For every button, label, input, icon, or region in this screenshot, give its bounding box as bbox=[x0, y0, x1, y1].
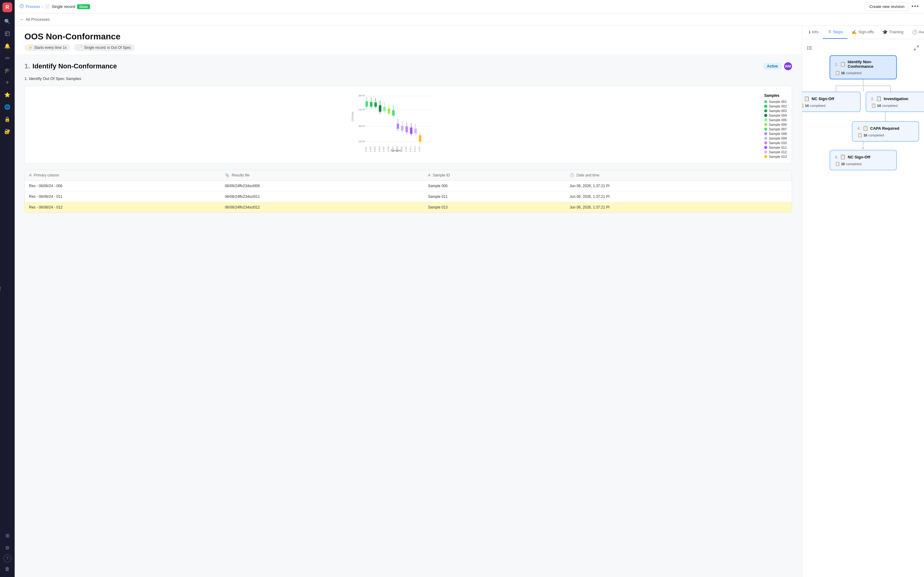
right-panel: ℹ Info Steps ✍ Sign-offs 🎓 Training bbox=[802, 26, 924, 577]
back-button[interactable]: ← All Processes bbox=[19, 17, 50, 22]
svg-text:3e+9: 3e+9 bbox=[359, 94, 365, 97]
flow-node-nc-signoff-1[interactable]: 2. 📋 NC Sign-Off 📋 14 completed bbox=[802, 92, 861, 112]
process-title: OOS Non-Conformance bbox=[24, 32, 792, 42]
legend-item-010: Sample 010 bbox=[764, 141, 787, 145]
svg-point-73 bbox=[808, 47, 808, 47]
legend-item-013: Sample 013 bbox=[764, 155, 787, 158]
step-title: 1. Identify Non-Conformance bbox=[24, 62, 117, 70]
branch-row-1: 2. 📋 NC Sign-Off 📋 14 completed bbox=[802, 92, 924, 112]
flow-node-identify[interactable]: 1. 📋 Identify Non-Conformance 📋 16 compl… bbox=[830, 55, 897, 79]
avatar: WM bbox=[784, 62, 792, 70]
cell-sample-1: Sample 006 bbox=[424, 181, 565, 192]
col-header-primary: A Primary column bbox=[25, 170, 221, 181]
count-icon-2a: 📋 bbox=[802, 103, 804, 108]
steps-icon bbox=[827, 29, 832, 34]
sidebar-icon-plus[interactable]: + bbox=[2, 77, 13, 88]
svg-rect-42 bbox=[410, 127, 412, 134]
legend-item-002: Sample 002 bbox=[764, 105, 787, 108]
col-icon-sample: A bbox=[428, 173, 431, 177]
process-meta: ⚡ Starts every time 1x 📄 Single record i… bbox=[24, 44, 792, 51]
table-row[interactable]: Res - 06/06/24 - 006 06/06/24ffv234sct00… bbox=[25, 181, 792, 192]
legend-item-003: Sample 003 bbox=[764, 109, 787, 113]
flow-expand-icon[interactable] bbox=[914, 45, 919, 52]
breadcrumb-process-icon bbox=[19, 4, 24, 9]
star-icon[interactable]: ☆ bbox=[93, 4, 97, 9]
count-icon-1: 📋 bbox=[835, 71, 840, 75]
app-logo[interactable]: R bbox=[2, 2, 12, 12]
topbar: Process › 📄 Single record Done ☆ Create … bbox=[15, 0, 924, 13]
sidebar-icon-search[interactable]: 🔍 bbox=[2, 16, 13, 27]
step-title-text: Identify Non-Conformance bbox=[32, 62, 117, 70]
tab-signoffs[interactable]: ✍ Sign-offs bbox=[847, 26, 878, 39]
sidebar-icon-settings[interactable]: ⚙ bbox=[2, 542, 13, 553]
tab-info[interactable]: ℹ Info bbox=[804, 26, 823, 39]
secondary-bar: ← All Processes bbox=[15, 13, 924, 26]
svg-text:Sample 006: Sample 006 bbox=[387, 147, 389, 152]
flow-node-nc-signoff-2[interactable]: 4. 📋 NC Sign-Off 📋 10 completed bbox=[830, 150, 897, 170]
flow-node-nc-signoff-2-title: 4. 📋 NC Sign-Off bbox=[835, 154, 891, 160]
svg-text:1e+9: 1e+9 bbox=[359, 108, 365, 111]
svg-text:Sample 001: Sample 001 bbox=[365, 147, 367, 152]
back-arrow-icon: ← bbox=[19, 17, 24, 22]
arrow-4: ▼ bbox=[862, 142, 865, 150]
table-row-highlighted[interactable]: Res - 06/06/24 - 012 06/06/24ffv234sct01… bbox=[25, 202, 792, 213]
sidebar-icon-graduation[interactable]: 🎓 bbox=[2, 65, 13, 76]
sidebar-icon-lock[interactable]: 🔒 bbox=[2, 114, 13, 124]
capa-wrapper: 4. 📋 CAPA Required 📋 10 completed bbox=[807, 118, 919, 142]
svg-rect-48 bbox=[419, 135, 421, 141]
breadcrumb-record-icon: 📄 bbox=[45, 4, 50, 9]
legend-item-012: Sample 012 bbox=[764, 150, 787, 154]
status-active-label: Active bbox=[767, 64, 778, 68]
flow-node-nc-signoff-1-count: 📋 14 completed bbox=[802, 103, 855, 108]
tab-training-label: Training bbox=[889, 30, 903, 34]
svg-text:Sample 010: Sample 010 bbox=[405, 147, 407, 152]
status-badge: Done bbox=[77, 4, 90, 9]
legend-item-011: Sample 011 bbox=[764, 146, 787, 149]
sidebar-icon-lock2[interactable]: 🔐 bbox=[2, 126, 13, 137]
branch-connector bbox=[807, 79, 919, 92]
flow-node-identify-title: 1. 📋 Identify Non-Conformance bbox=[835, 60, 891, 69]
flow-node-capa[interactable]: 4. 📋 CAPA Required 📋 10 completed bbox=[852, 121, 919, 142]
process-header: OOS Non-Conformance ⚡ Starts every time … bbox=[15, 26, 802, 55]
svg-rect-18 bbox=[375, 103, 377, 106]
sidebar-icon-inbox[interactable] bbox=[2, 28, 13, 39]
tab-auditlog[interactable]: 🕐 Audit log bbox=[908, 26, 924, 39]
breadcrumb-sep1: › bbox=[42, 4, 43, 9]
chart-wrap: 3e+9 1e+9 3e+8 1e+8 CFU/mL bbox=[30, 91, 787, 158]
count-icon-2b: 📋 bbox=[871, 103, 876, 108]
svg-text:1e+8: 1e+8 bbox=[359, 140, 365, 143]
breadcrumb-process[interactable]: Process bbox=[26, 4, 40, 9]
flow-list-icon[interactable] bbox=[807, 45, 813, 52]
flow-node-investigation-count: 📋 14 completed bbox=[871, 103, 924, 108]
create-revision-button[interactable]: Create new revision bbox=[865, 2, 909, 11]
more-options-button[interactable]: ••• bbox=[911, 3, 919, 10]
cell-sample-3: Sample 013 bbox=[424, 202, 565, 213]
svg-text:Sample 011: Sample 011 bbox=[409, 147, 412, 152]
sidebar-icon-bell[interactable]: 🔔 bbox=[2, 40, 13, 51]
arrow-line-1 bbox=[863, 79, 864, 85]
tab-steps[interactable]: Steps bbox=[823, 26, 847, 39]
sidebar-icon-star[interactable]: ⭐ bbox=[2, 89, 13, 100]
lightning-icon: ⚡ bbox=[28, 45, 33, 50]
legend-item-006: Sample 006 bbox=[764, 123, 787, 126]
sidebar-icon-code[interactable]: </> bbox=[2, 53, 13, 63]
tab-training[interactable]: 🎓 Training bbox=[878, 26, 908, 39]
sidebar-icon-help[interactable]: ? bbox=[3, 554, 11, 562]
svg-line-76 bbox=[917, 46, 919, 47]
step-number: 1. bbox=[24, 62, 30, 70]
flow-node-capa-title: 4. 📋 CAPA Required bbox=[858, 126, 914, 131]
left-content: OOS Non-Conformance ⚡ Starts every time … bbox=[15, 26, 802, 577]
flow-node-investigation[interactable]: 2. 📋 Investigation 📋 14 completed bbox=[866, 92, 924, 112]
col-header-sample: A Sample ID bbox=[424, 170, 565, 181]
merge-connector bbox=[807, 112, 919, 118]
sidebar-icon-trash[interactable]: 🗑 bbox=[2, 564, 13, 575]
main-area: Process › 📄 Single record Done ☆ Create … bbox=[15, 0, 924, 577]
signoffs-icon: ✍ bbox=[851, 30, 857, 34]
count-icon-4: 📋 bbox=[835, 161, 840, 166]
sidebar-icon-globe[interactable]: 🌐 bbox=[2, 102, 13, 112]
data-table: A Primary column 📎 Results file A Sample bbox=[24, 170, 792, 213]
sidebar-icon-layers[interactable]: ⊞ bbox=[2, 530, 13, 541]
cell-results-2: 06/06/24ffv234sct011 bbox=[221, 192, 424, 202]
table-row[interactable]: Res - 06/06/24 - 011 06/06/24ffv234sct01… bbox=[25, 192, 792, 202]
record-type-label: Single record bbox=[84, 45, 106, 50]
